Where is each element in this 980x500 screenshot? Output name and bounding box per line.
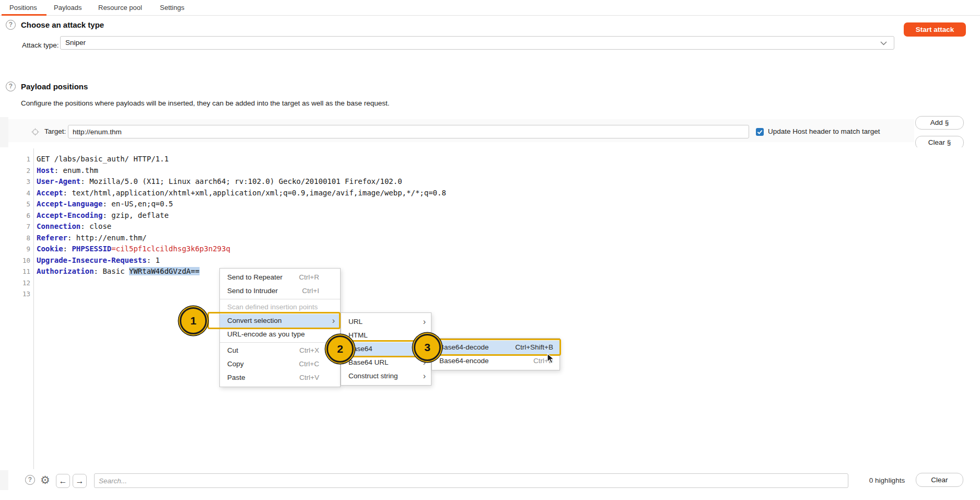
menu-shortcut: Ctrl+X <box>299 344 319 357</box>
update-host-label: Update Host header to match target <box>768 125 880 138</box>
menu-item-scan-defined-insertion-points: Scan defined insertion points <box>220 300 340 314</box>
menu-item-label: Paste <box>227 374 246 381</box>
menu-item-label: Base64 URL <box>348 358 389 366</box>
tab-resource-pool[interactable]: Resource pool <box>98 0 142 15</box>
menu-item-base64-url[interactable]: Base64 URL› <box>341 356 431 369</box>
menu-item-base64[interactable]: Base64› <box>341 342 431 356</box>
request-header-name: Connection <box>37 222 80 230</box>
menu-item-url[interactable]: URL› <box>341 315 431 329</box>
menu-shortcut: Ctrl+C <box>299 357 319 371</box>
code-line: 10Upgrade-Insecure-Requests: 1 <box>0 255 446 266</box>
request-editor[interactable]: 1GET /labs/basic_auth/ HTTP/1.1 2Host: e… <box>0 147 980 470</box>
tab-bar: Positions Payloads Resource pool Setting… <box>0 0 980 16</box>
menu-item-label: Send to Intruder <box>227 287 278 295</box>
line-number: 1 <box>0 154 30 165</box>
submenu-arrow-icon: › <box>332 314 335 328</box>
submenu-arrow-icon: › <box>423 356 426 369</box>
menu-item-label: URL-encode as you type <box>227 330 305 338</box>
menu-item-label: Base64-decode <box>439 343 489 351</box>
update-host-checkbox[interactable] <box>756 128 764 136</box>
context-menu: Send to RepeaterCtrl+R Send to IntruderC… <box>219 268 341 387</box>
request-header-name: Host <box>37 166 54 175</box>
search-next-button[interactable]: → <box>73 474 87 488</box>
target-input[interactable] <box>68 125 749 138</box>
request-header-value: : Basic <box>94 267 129 275</box>
add-section-button[interactable]: Add § <box>915 116 964 130</box>
request-line-text: GET /labs/basic_auth/ HTTP/1.1 <box>37 155 169 163</box>
target-crosshair-icon <box>31 128 39 136</box>
code-line: 1GET /labs/basic_auth/ HTTP/1.1 <box>0 154 446 165</box>
menu-shortcut: Ctrl+V <box>299 371 319 385</box>
attack-type-help-icon[interactable]: ? <box>6 20 16 30</box>
back-arrow-icon: ← <box>59 476 67 485</box>
request-header-value: : http://enum.thm/ <box>67 234 147 242</box>
menu-item-cut[interactable]: CutCtrl+X <box>220 344 340 357</box>
tab-positions[interactable]: Positions <box>9 0 37 15</box>
menu-item-label: Cut <box>227 346 238 354</box>
clear-search-button[interactable]: Clear <box>916 473 963 487</box>
menu-item-base64-encode[interactable]: Base64-encodeCtrl+B <box>432 354 559 368</box>
menu-item-send-to-repeater[interactable]: Send to RepeaterCtrl+R <box>220 271 340 284</box>
code-line: 5Accept-Language: en-US,en;q=0.5 <box>0 199 446 210</box>
menu-shortcut: Ctrl+Shift+B <box>515 341 553 354</box>
request-header-value: : text/html,application/xhtml+xml,applic… <box>63 189 446 197</box>
code-line: 3User-Agent: Mozilla/5.0 (X11; Linux aar… <box>0 176 446 188</box>
menu-item-html[interactable]: HTML› <box>341 329 431 342</box>
code-line: 6Accept-Encoding: gzip, deflate <box>0 210 446 222</box>
tab-settings[interactable]: Settings <box>160 0 184 15</box>
search-prev-button[interactable]: ← <box>56 474 70 488</box>
line-number: 13 <box>0 288 30 300</box>
request-header-value: : close <box>80 222 111 230</box>
menu-item-base64-decode[interactable]: Base64-decodeCtrl+Shift+B <box>432 341 559 354</box>
forward-arrow-icon: → <box>76 476 84 485</box>
line-number: 2 <box>0 165 30 177</box>
request-header-name: Accept <box>37 189 63 197</box>
menu-item-label: HTML <box>348 331 368 339</box>
menu-item-label: Send to Repeater <box>227 273 283 281</box>
request-header-name: Accept-Encoding <box>37 211 102 219</box>
search-input[interactable] <box>94 473 848 488</box>
request-header-value: : Mozilla/5.0 (X11; Linux aarch64; rv:10… <box>80 177 402 185</box>
base64-submenu: Base64-decodeCtrl+Shift+B Base64-encodeC… <box>431 338 560 370</box>
menu-item-convert-selection[interactable]: Convert selection› <box>220 314 340 328</box>
checkmark-icon <box>756 128 764 136</box>
request-header-value: : en-US,en;q=0.5 <box>102 200 173 208</box>
burp-intruder-window: Positions Payloads Resource pool Setting… <box>0 0 980 500</box>
attack-type-select[interactable]: Sniper <box>60 36 894 50</box>
menu-item-label: Convert selection <box>227 317 282 324</box>
line-number: 8 <box>0 232 30 244</box>
tab-payloads[interactable]: Payloads <box>54 0 81 15</box>
code-line: 4Accept: text/html,application/xhtml+xml… <box>0 188 446 199</box>
payload-positions-description: Configure the positions where payloads w… <box>21 99 389 107</box>
menu-shortcut: Ctrl+B <box>533 354 553 368</box>
menu-item-paste[interactable]: PasteCtrl+V <box>220 371 340 385</box>
menu-item-label: Construct string <box>348 372 398 380</box>
cookie-name: PHPSESSID <box>72 245 111 253</box>
menu-item-label: Copy <box>227 360 244 368</box>
search-help-icon[interactable]: ? <box>25 475 35 485</box>
target-label: Target: <box>44 125 66 138</box>
menu-item-construct-string[interactable]: Construct string› <box>341 369 431 383</box>
request-header-name: User-Agent <box>37 177 80 185</box>
request-header-name: Cookie <box>37 245 63 253</box>
submenu-arrow-icon: › <box>423 329 426 342</box>
submenu-arrow-icon: › <box>423 342 426 356</box>
convert-selection-submenu: URL› HTML› Base64› Base64 URL› Construct… <box>341 312 431 386</box>
menu-item-label: URL <box>348 318 363 325</box>
start-attack-button[interactable]: Start attack <box>904 22 966 37</box>
gear-icon[interactable]: ⚙ <box>40 474 50 486</box>
selected-text: YWRtaW46dGVzdA== <box>129 267 200 275</box>
submenu-arrow-icon: › <box>423 369 426 383</box>
active-tab-underline <box>2 14 46 16</box>
submenu-arrow-icon: › <box>423 315 426 329</box>
request-header-name: Authorization <box>37 267 94 275</box>
request-header-name: Accept-Language <box>37 200 102 208</box>
request-header-value: : <box>63 245 72 253</box>
code-line: 2Host: enum.thm <box>0 165 446 177</box>
menu-item-send-to-intruder[interactable]: Send to IntruderCtrl+I <box>220 284 340 298</box>
code-line: 9Cookie: PHPSESSID=cil5pf1clcildhsg3k6p3… <box>0 243 446 255</box>
menu-item-url-encode-as-you-type[interactable]: URL-encode as you type <box>220 328 340 341</box>
menu-item-copy[interactable]: CopyCtrl+C <box>220 357 340 371</box>
request-header-value: : enum.thm <box>54 166 98 175</box>
payload-positions-help-icon[interactable]: ? <box>6 82 16 91</box>
